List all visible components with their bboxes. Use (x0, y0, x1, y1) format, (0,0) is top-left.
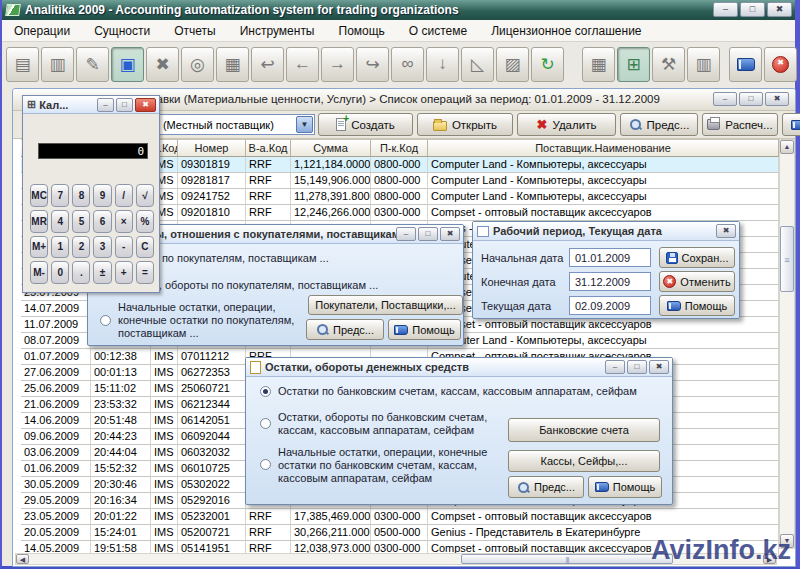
delete-button[interactable]: ✖ (146, 47, 179, 82)
close-icon[interactable]: ✖ (440, 227, 460, 241)
menu-item-1[interactable]: Сущности (94, 24, 150, 38)
help-button[interactable]: Помощь (588, 476, 662, 498)
new-document-button[interactable]: ▤ (6, 47, 39, 82)
calc-key-/[interactable]: / (115, 184, 133, 207)
start-date-field[interactable]: 01.01.2009 (569, 248, 651, 267)
close-icon[interactable]: ✖ (765, 92, 789, 106)
restore-icon[interactable]: □ (116, 98, 133, 112)
exit-button[interactable] (764, 47, 797, 82)
end-date-field[interactable]: 31.12.2009 (569, 272, 651, 291)
calc-key-5[interactable]: 5 (72, 210, 90, 233)
calc-key-3[interactable]: 3 (93, 236, 111, 259)
предс-button[interactable]: Предс... (620, 113, 698, 136)
restore-icon[interactable]: □ (418, 227, 438, 241)
column-header-3[interactable]: Номер (178, 139, 246, 157)
restore-icon[interactable]: □ (627, 360, 647, 374)
calc-key-9[interactable]: 9 (93, 184, 111, 207)
открыть-button[interactable]: Открыть (417, 113, 513, 136)
menu-item-0[interactable]: Операции (14, 24, 70, 38)
calc-key--[interactable]: - (115, 236, 133, 259)
back-arrow-button[interactable]: ← (286, 47, 319, 82)
calc-key-7[interactable]: 7 (51, 184, 69, 207)
restore-icon[interactable]: □ (740, 2, 765, 17)
close-icon[interactable]: ✖ (135, 98, 156, 112)
calc-key-+[interactable]: + (115, 261, 133, 284)
calc-key-MR[interactable]: MR (30, 210, 48, 233)
column-header-7[interactable]: Поставщик.Наименование (428, 139, 779, 157)
binoculars-search-button[interactable]: ∞ (391, 47, 424, 82)
menu-item-3[interactable]: Инструменты (240, 24, 315, 38)
minimize-icon[interactable]: – (713, 92, 737, 106)
save-button[interactable]: Сохран... (659, 247, 735, 268)
calc-key-=[interactable]: = (136, 261, 154, 284)
распеч-button[interactable]: Распеч... (702, 113, 778, 136)
calc-key-MC[interactable]: MC (30, 184, 48, 207)
calc-key-M-[interactable]: M- (30, 261, 48, 284)
partners-option-3-radio[interactable] (100, 315, 111, 326)
menu-item-4[interactable]: Помощь (339, 24, 385, 38)
calc-key-√[interactable]: √ (136, 184, 154, 207)
calculator-button[interactable]: ⊞ (617, 47, 650, 82)
создать-button[interactable]: Создать (318, 113, 413, 136)
bank-accounts-button[interactable]: Банковские счета (508, 418, 660, 442)
partners-list-button[interactable]: Покупатели, Поставщики,... (308, 295, 463, 315)
calc-key-M+[interactable]: M+ (30, 236, 48, 259)
refresh-button[interactable]: ↻ (531, 47, 564, 82)
scroll-left-icon[interactable]: ◀ (16, 554, 29, 564)
open-folder-button[interactable]: ▥ (41, 47, 74, 82)
column-header-4[interactable]: В-а.Код (246, 139, 291, 157)
calc-key-1[interactable]: 1 (51, 236, 69, 259)
chevron-down-icon[interactable]: ▼ (296, 116, 313, 133)
cancel-button[interactable]: Отменить (659, 271, 735, 292)
menu-item-6[interactable]: Лицензионное соглашение (491, 24, 641, 38)
close-icon[interactable]: ✖ (716, 224, 736, 238)
binder-button[interactable]: ▥ (687, 47, 720, 82)
down-arrow-button[interactable]: ↓ (426, 47, 459, 82)
help-button[interactable]: Помощь (659, 295, 735, 316)
print-button[interactable]: ▦ (216, 47, 249, 82)
clipboard-paste-button[interactable]: ▨ (496, 47, 529, 82)
close-icon[interactable]: ✖ (649, 360, 669, 374)
calendar-button[interactable]: ▦ (582, 47, 615, 82)
column-header-5[interactable]: Сумма (291, 139, 371, 157)
calc-key-C[interactable]: C (136, 236, 154, 259)
undo-button[interactable]: ↩ (251, 47, 284, 82)
minimize-icon[interactable]: – (97, 98, 114, 112)
calc-key-±[interactable]: ± (93, 261, 111, 284)
calc-key-×[interactable]: × (115, 210, 133, 233)
column-header-6[interactable]: П-к.Код (371, 139, 428, 157)
calc-key-.[interactable]: . (72, 261, 90, 284)
menu-item-5[interactable]: О системе (409, 24, 467, 38)
help-book-button[interactable] (729, 47, 762, 82)
forward-arrow-button[interactable]: → (321, 47, 354, 82)
удалить-button[interactable]: ✖Удалить (517, 113, 616, 136)
help-button[interactable]: Помощь (388, 319, 461, 340)
edit-document-button[interactable]: ✎ (76, 47, 109, 82)
minimize-icon[interactable]: – (396, 227, 416, 241)
tools-button[interactable]: ⚒ (652, 47, 685, 82)
minimize-icon[interactable]: – (605, 360, 625, 374)
funds-option-1-radio[interactable] (260, 386, 271, 397)
preview-button[interactable]: Предс... (508, 476, 584, 498)
redo-button[interactable]: ↪ (356, 47, 389, 82)
table-row[interactable]: 23.05.200920:01:22IMS05232001RRF17,385,4… (21, 509, 779, 525)
calc-key-6[interactable]: 6 (93, 210, 111, 233)
scroll-up-icon[interactable]: ▲ (780, 140, 794, 154)
funds-option-3-radio[interactable] (260, 459, 271, 470)
preview-button[interactable]: Предс... (306, 319, 384, 340)
preview-button[interactable]: ◎ (181, 47, 214, 82)
close-icon[interactable]: ✖ (767, 2, 792, 17)
calc-key-%[interactable]: % (136, 210, 154, 233)
minimize-icon[interactable]: – (713, 2, 738, 17)
calc-key-4[interactable]: 4 (51, 210, 69, 233)
помощь-button[interactable]: Помощь (782, 113, 800, 136)
restore-icon[interactable]: □ (739, 92, 763, 106)
funds-option-2-radio[interactable] (260, 418, 271, 429)
cash-safes-button[interactable]: Кассы, Сейфы,... (508, 450, 660, 472)
calc-key-8[interactable]: 8 (72, 184, 90, 207)
vertical-scrollbar[interactable]: ▲ ≡ ▼ (779, 139, 795, 549)
vertical-scroll-thumb[interactable]: ≡ (780, 226, 794, 292)
calc-key-0[interactable]: 0 (51, 261, 69, 284)
save-button[interactable]: ▣ (111, 47, 144, 82)
horizontal-scroll-thumb[interactable]: ||| (461, 554, 673, 564)
